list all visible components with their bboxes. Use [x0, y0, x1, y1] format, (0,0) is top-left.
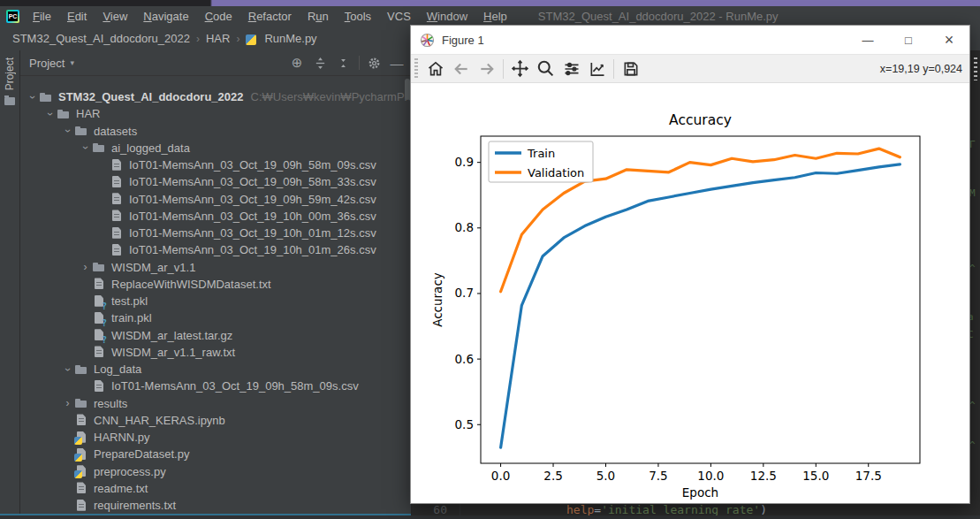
tool-stripe-project-tab[interactable]: Project: [4, 57, 16, 90]
chevron-right-icon[interactable]: ›: [79, 262, 92, 272]
tree-row[interactable]: ›CNN_HAR_KERAS.ipynb: [20, 412, 411, 429]
tree-row[interactable]: ›WISDM_ar_v1.1: [20, 259, 411, 276]
breadcrumb-har[interactable]: HAR: [202, 32, 233, 45]
tree-label: IoT01-MemsAnn_03_Oct_19_10h_01m_26s.csv: [129, 243, 376, 256]
hide-panel-icon[interactable]: —: [388, 54, 406, 72]
tree-row[interactable]: ›IoT01-MemsAnn_03_Oct_19_10h_01m_26s.csv: [20, 241, 411, 258]
menu-tools[interactable]: Tools: [337, 8, 379, 25]
edit-axes-icon[interactable]: [584, 57, 610, 80]
menu-navigate[interactable]: Navigate: [135, 8, 196, 25]
svg-text:12.5: 12.5: [750, 469, 777, 483]
tree-row[interactable]: ›STM32_Quest_AI_ddocdoru_2022C:₩Users₩ke…: [20, 88, 411, 105]
menu-help[interactable]: Help: [475, 8, 515, 25]
folder-icon: [92, 260, 106, 274]
close-button[interactable]: ×: [929, 26, 969, 54]
ide-menu-bar: PC FileEditViewNavigateCodeRefactorRunTo…: [0, 6, 980, 27]
maximize-button[interactable]: □: [888, 26, 929, 54]
breadcrumb-file[interactable]: RunMe.py: [261, 32, 320, 45]
menu-run[interactable]: Run: [300, 8, 337, 25]
accuracy-chart: 0.50.60.70.80.90.02.55.07.510.012.515.01…: [412, 84, 969, 503]
tree-row[interactable]: ›requirements.txt: [20, 497, 411, 514]
tree-row[interactable]: ›results: [20, 395, 411, 412]
tree-label: preprocess.py: [94, 465, 166, 478]
menu-vcs[interactable]: VCS: [379, 8, 419, 25]
toolbar-drag-handle[interactable]: [414, 58, 418, 80]
panel-title[interactable]: Project: [29, 57, 65, 70]
tree-row[interactable]: ›ReplaceWithWISDMDataset.txt: [20, 276, 411, 293]
svg-text:Validation: Validation: [528, 166, 584, 179]
tree-row[interactable]: ›PrepareDataset.py: [20, 446, 411, 462]
python-file-icon: [74, 447, 88, 462]
svg-text:15.0: 15.0: [802, 469, 829, 483]
folder-icon: [74, 363, 88, 377]
expand-all-icon[interactable]: [311, 54, 329, 72]
figure-canvas[interactable]: 0.50.60.70.80.90.02.55.07.510.012.515.01…: [412, 84, 969, 503]
tree-row[interactable]: ›?WISDM_ar_latest.tar.gz: [20, 327, 411, 344]
tree-row[interactable]: ›Log_data: [20, 361, 411, 378]
file-icon: [110, 209, 124, 223]
tree-row[interactable]: ›ai_logged_data: [20, 140, 411, 156]
forward-icon[interactable]: [474, 57, 499, 80]
folder-icon: [57, 107, 71, 121]
chevron-down-icon[interactable]: ›: [63, 363, 73, 376]
chevron-right-icon[interactable]: ›: [61, 398, 74, 408]
svg-text:10.0: 10.0: [697, 469, 724, 483]
tree-row[interactable]: ›IoT01-MemsAnn_03_Oct_19_10h_00m_36s.csv: [20, 208, 411, 225]
collapse-all-icon[interactable]: [334, 54, 352, 72]
subplots-config-icon[interactable]: [558, 57, 584, 80]
tree-row[interactable]: ›HARNN.py: [20, 429, 411, 446]
tree-row[interactable]: ›IoT01-MemsAnn_03_Oct_19_09h_58m_09s.csv: [20, 378, 411, 394]
tree-row[interactable]: ›IoT01-MemsAnn_03_Oct_19_09h_58m_33s.csv: [20, 173, 411, 190]
home-icon[interactable]: [422, 57, 448, 80]
pan-icon[interactable]: [507, 57, 533, 80]
tree-row[interactable]: ›?train.pkl: [20, 309, 411, 326]
tree-row[interactable]: ›?test.pkl: [20, 293, 411, 309]
menu-file[interactable]: File: [25, 8, 59, 25]
settings-gear-icon[interactable]: [365, 54, 383, 72]
breadcrumb-project[interactable]: STM32_Quest_AI_ddocdoru_2022: [9, 32, 194, 45]
locate-icon[interactable]: ⊕: [288, 54, 306, 72]
chevron-down-icon[interactable]: ›: [63, 125, 73, 138]
menu-code[interactable]: Code: [197, 8, 240, 25]
svg-text:0.0: 0.0: [491, 469, 510, 483]
svg-text:0.9: 0.9: [455, 155, 474, 169]
project-tree: ›STM32_Quest_AI_ddocdoru_2022C:₩Users₩ke…: [20, 88, 411, 514]
tree-row[interactable]: ›datasets: [20, 123, 411, 140]
matplotlib-logo-icon: [420, 33, 435, 48]
menu-refactor[interactable]: Refactor: [240, 8, 300, 25]
tree-row[interactable]: ›IoT01-MemsAnn_03_Oct_19_10h_01m_12s.csv: [20, 225, 411, 241]
tree-label: WISDM_ar_latest.tar.gz: [111, 329, 232, 342]
back-icon[interactable]: [448, 57, 474, 80]
unknown-file-icon: ?: [92, 311, 106, 325]
unknown-file-icon: ?: [92, 328, 106, 342]
tree-row[interactable]: ›readme.txt: [20, 480, 411, 497]
tree-row[interactable]: ›WISDM_ar_v1.1_raw.txt: [20, 344, 411, 361]
file-icon: [92, 379, 106, 393]
python-file-icon: [74, 431, 88, 445]
menu-view[interactable]: View: [95, 8, 135, 25]
zoom-icon[interactable]: [533, 57, 558, 80]
matplotlib-figure-window: Figure 1 — □ ×: [410, 25, 970, 504]
tree-label: WISDM_ar_v1.1: [111, 261, 195, 274]
menu-edit[interactable]: Edit: [59, 8, 95, 25]
chevron-down-icon[interactable]: ›: [27, 90, 38, 103]
minimize-button[interactable]: —: [847, 26, 888, 54]
chevron-down-icon[interactable]: ›: [45, 107, 56, 120]
file-icon: [92, 277, 106, 291]
chevron-down-icon[interactable]: ›: [80, 141, 91, 155]
figure-titlebar[interactable]: Figure 1 — □ ×: [411, 26, 969, 54]
figure-toolbar: x=19,19 y=0,924: [411, 54, 969, 83]
python-file-icon: [246, 34, 256, 45]
tree-row[interactable]: ›IoT01-MemsAnn_03_Oct_19_09h_59m_42s.csv: [20, 191, 411, 208]
tree-row[interactable]: ›IoT01-MemsAnn_03_Oct_19_09h_58m_09s.csv: [20, 156, 411, 173]
save-icon[interactable]: [618, 57, 643, 80]
tree-label: Log_data: [94, 363, 141, 376]
tree-label: HARNN.py: [94, 431, 150, 444]
menu-window[interactable]: Window: [419, 8, 475, 25]
tree-row[interactable]: ›preprocess.py: [20, 463, 411, 480]
tree-row[interactable]: ›HAR: [20, 105, 411, 122]
file-icon: [110, 175, 124, 189]
chevron-down-icon[interactable]: ▾: [70, 58, 74, 67]
figure-title: Figure 1: [442, 34, 484, 47]
tree-label: train.pkl: [111, 311, 152, 324]
